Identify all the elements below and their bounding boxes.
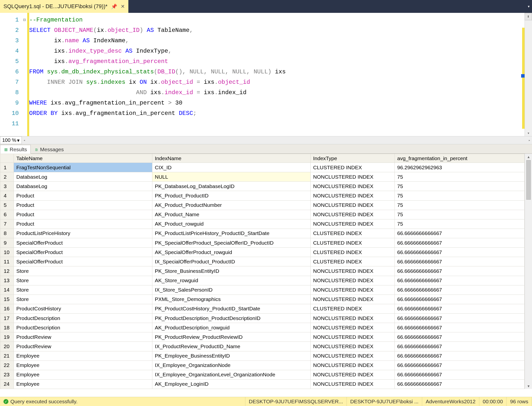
table-row[interactable]: 13StoreAK_Store_rowguidNONCLUSTERED INDE… [0,276,525,285]
cell[interactable]: Store [14,276,152,285]
cell[interactable]: CLUSTERED INDEX [311,248,395,257]
cell[interactable]: NULL [152,172,311,182]
cell[interactable]: IX_Store_SalesPersonID [152,285,311,295]
cell[interactable]: Product [14,210,152,219]
code-line[interactable]: WHERE ixs.avg_fragmentation_in_percent >… [29,98,525,108]
cell[interactable]: PK_ProductCostHistory_ProductID_StartDat… [152,304,311,313]
code-line[interactable]: ixs.avg_fragmentation_in_percent [29,56,525,67]
editor-code-area[interactable]: --FragmentationSELECT OBJECT_NAME(ix.obj… [29,13,525,136]
cell[interactable]: 96.2962962962963 [395,163,525,172]
table-row[interactable]: 21EmployeePK_Employee_BusinessEntityIDNO… [0,351,525,361]
cell[interactable]: ProductCostHistory [14,304,152,313]
cell[interactable]: FragTestNonSequential [14,163,152,172]
row-number[interactable]: 4 [0,191,14,200]
cell[interactable]: Employee [14,370,152,379]
cell[interactable]: AK_ProductDescription_rowguid [152,323,311,332]
cell[interactable]: 66.6666666666667 [395,304,525,313]
cell[interactable]: 66.6666666666667 [395,332,525,342]
cell[interactable]: AK_Employee_LoginID [152,379,311,389]
code-line[interactable]: ixs.index_type_desc AS IndexType, [29,46,525,56]
table-row[interactable]: 16ProductCostHistoryPK_ProductCostHistor… [0,304,525,313]
table-row[interactable]: 9SpecialOfferProductPK_SpecialOfferProdu… [0,238,525,248]
cell[interactable]: 75 [395,172,525,182]
cell[interactable]: 75 [395,200,525,210]
row-number[interactable]: 11 [0,257,14,266]
document-tab[interactable]: SQLQuery1.sql - DE...JU7UEF\boksi (79))*… [0,0,128,13]
table-row[interactable]: 15StorePXML_Store_DemographicsNONCLUSTER… [0,295,525,304]
cell[interactable]: NONCLUSTERED INDEX [311,276,395,285]
cell[interactable]: NONCLUSTERED INDEX [311,370,395,379]
cell[interactable]: NONCLUSTERED INDEX [311,379,395,389]
table-row[interactable]: 12StorePK_Store_BusinessEntityIDNONCLUST… [0,266,525,276]
row-number[interactable]: 3 [0,182,14,191]
row-number[interactable]: 14 [0,285,14,295]
cell[interactable]: 75 [395,182,525,191]
row-number[interactable]: 19 [0,332,14,342]
cell[interactable]: 66.6666666666667 [395,257,525,266]
scrollbar-thumb[interactable] [526,160,531,200]
cell[interactable]: PK_DatabaseLog_DatabaseLogID [152,182,311,191]
cell[interactable]: ProductDescription [14,323,152,332]
row-number[interactable]: 6 [0,210,14,219]
scroll-down-icon[interactable]: ▾ [527,130,530,136]
cell[interactable]: Store [14,266,152,276]
cell[interactable]: Employee [14,361,152,370]
code-line[interactable]: ix.name AS IndexName, [29,36,525,46]
column-header[interactable]: TableName [14,154,152,163]
cell[interactable]: Employee [14,379,152,389]
split-window-icon[interactable]: ⬍ [525,13,532,20]
cell[interactable]: AK_Product_Name [152,210,311,219]
row-number[interactable]: 20 [0,342,14,351]
table-row[interactable]: 11SpecialOfferProductIX_SpecialOfferProd… [0,257,525,266]
cell[interactable]: CLUSTERED INDEX [311,304,395,313]
cell[interactable]: 66.6666666666667 [395,295,525,304]
cell[interactable]: NONCLUSTERED INDEX [311,361,395,370]
code-line[interactable]: AND ixs.index_id = ixs.index_id [29,87,525,98]
code-line[interactable]: ORDER BY ixs.avg_fragmentation_in_percen… [29,108,525,119]
cell[interactable]: 66.6666666666667 [395,314,525,323]
cell[interactable]: ProductDescription [14,314,152,323]
table-row[interactable]: 3DatabaseLogPK_DatabaseLog_DatabaseLogID… [0,182,525,191]
row-number[interactable]: 9 [0,238,14,248]
cell[interactable]: CIX_ID [152,163,311,172]
cell[interactable]: SpecialOfferProduct [14,238,152,248]
row-number[interactable]: 10 [0,248,14,257]
cell[interactable]: PXML_Store_Demographics [152,295,311,304]
cell[interactable]: AK_Store_rowguid [152,276,311,285]
cell[interactable]: CLUSTERED INDEX [311,163,395,172]
cell[interactable]: ProductReview [14,332,152,342]
pin-icon[interactable]: 📌 [111,3,117,9]
cell[interactable]: 66.6666666666667 [395,379,525,389]
cell[interactable]: PK_ProductDescription_ProductDescription… [152,314,311,323]
table-row[interactable]: 14StoreIX_Store_SalesPersonIDNONCLUSTERE… [0,285,525,295]
cell[interactable]: 66.6666666666667 [395,370,525,379]
tab-overflow-dropdown-icon[interactable]: ▾ [527,4,530,9]
table-row[interactable]: 17ProductDescriptionPK_ProductDescriptio… [0,314,525,323]
row-number[interactable]: 1 [0,163,14,172]
row-number[interactable]: 5 [0,200,14,210]
cell[interactable]: 66.6666666666667 [395,276,525,285]
cell[interactable]: NONCLUSTERED INDEX [311,285,395,295]
cell[interactable]: PK_SpecialOfferProduct_SpecialOfferID_Pr… [152,238,311,248]
fold-collapse-icon[interactable]: ⊟ [22,15,27,25]
scroll-left-icon[interactable]: ◂ [23,138,25,142]
row-number[interactable]: 23 [0,370,14,379]
row-number[interactable]: 12 [0,266,14,276]
cell[interactable]: 66.6666666666667 [395,361,525,370]
table-row[interactable]: 23EmployeeIX_Employee_OrganizationLevel_… [0,370,525,379]
row-number[interactable]: 7 [0,219,14,229]
cell[interactable]: ProductReview [14,342,152,351]
results-grid[interactable]: TableNameIndexNameIndexTypeavg_fragmenta… [0,154,525,389]
editor-horizontal-scrollbar[interactable]: ◂ ▸ [22,136,532,144]
row-number[interactable]: 2 [0,172,14,182]
row-number[interactable]: 22 [0,361,14,370]
scroll-up-icon[interactable]: ▴ [528,154,530,160]
cell[interactable]: NONCLUSTERED INDEX [311,323,395,332]
cell[interactable]: NONCLUSTERED INDEX [311,219,395,229]
cell[interactable]: 66.6666666666667 [395,229,525,238]
cell[interactable]: ProductListPriceHistory [14,229,152,238]
cell[interactable]: NONCLUSTERED INDEX [311,332,395,342]
cell[interactable]: NONCLUSTERED INDEX [311,182,395,191]
column-header[interactable]: avg_fragmentation_in_percent [395,154,525,163]
cell[interactable]: CLUSTERED INDEX [311,257,395,266]
